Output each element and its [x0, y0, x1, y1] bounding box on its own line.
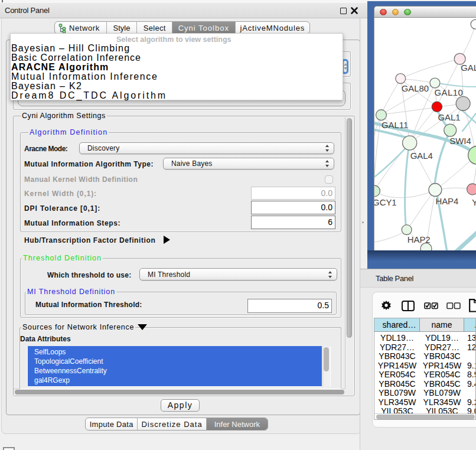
svg-text:GAL80: GAL80	[402, 84, 429, 93]
svg-text:GAL10: GAL10	[434, 88, 463, 97]
svg-text:HAP4: HAP4	[435, 197, 458, 206]
svg-text:GAL4: GAL4	[410, 151, 433, 161]
svg-text:GAL1: GAL1	[438, 113, 460, 122]
svg-text:HAP2: HAP2	[407, 235, 431, 244]
svg-text:Y: Y	[472, 198, 476, 207]
svg-text:SWI4: SWI4	[449, 136, 471, 146]
svg-text:GAL2: GAL2	[461, 63, 476, 73]
svg-text:GAL11: GAL11	[382, 120, 408, 130]
svg-text:GCY1: GCY1	[374, 198, 397, 207]
